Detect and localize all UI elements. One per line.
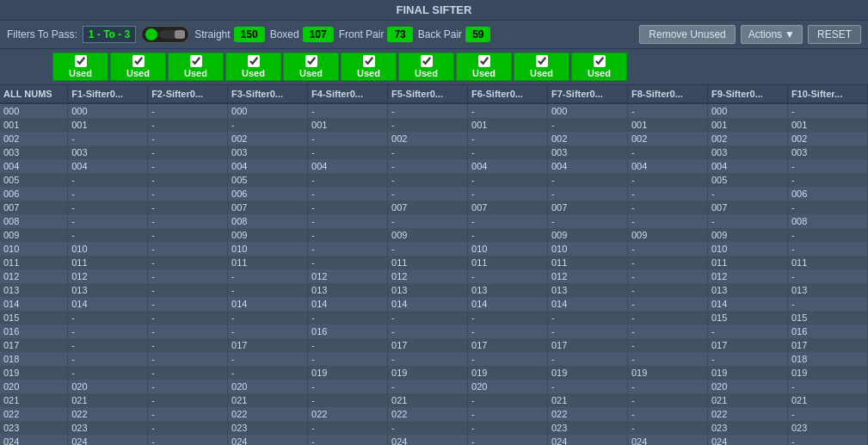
cell-2-3: 002	[228, 132, 308, 145]
cell-24-10: -	[787, 435, 867, 445]
checkbox-4[interactable]	[305, 55, 317, 67]
col-header-7: F7-Sifter0...	[547, 85, 627, 103]
app-title: FINAL SIFTER	[397, 3, 472, 16]
cell-7-1: -	[68, 201, 148, 214]
checkbox-8[interactable]	[536, 55, 548, 67]
cell-0-4: -	[308, 103, 388, 118]
cell-11-6: 011	[468, 256, 548, 269]
cell-6-8: -	[627, 187, 707, 201]
checkbox-9[interactable]	[594, 55, 606, 67]
cell-17-0: 017	[0, 338, 68, 352]
checkbox-col-4[interactable]: Used	[283, 53, 339, 81]
cell-18-6: -	[468, 352, 548, 366]
checkbox-3[interactable]	[248, 55, 260, 67]
cell-9-6: -	[468, 228, 548, 242]
checkbox-7[interactable]	[478, 55, 490, 67]
cell-3-3: 003	[228, 145, 308, 159]
cell-13-0: 013	[0, 283, 68, 297]
cell-15-5: -	[388, 311, 468, 324]
cell-17-1: -	[68, 338, 148, 352]
checkbox-2[interactable]	[190, 55, 202, 67]
cell-0-8: -	[627, 103, 707, 118]
cell-3-8: -	[627, 145, 707, 159]
cell-18-5: -	[388, 352, 468, 366]
cell-18-9: -	[707, 352, 787, 366]
checkbox-0[interactable]	[75, 55, 87, 67]
checkbox-5[interactable]	[363, 55, 375, 67]
cell-5-10: -	[787, 173, 867, 187]
filter-range[interactable]: 1 - To - 3	[83, 26, 136, 43]
cell-3-10: 003	[787, 145, 867, 159]
cell-7-10: -	[787, 201, 867, 214]
col-header-2: F2-Sifter0...	[148, 85, 228, 103]
cell-13-9: 013	[707, 283, 787, 297]
checkbox-col-3[interactable]: Used	[225, 53, 281, 81]
checkbox-1[interactable]	[132, 55, 145, 67]
cell-11-4: -	[308, 256, 388, 269]
cell-9-3: 009	[228, 228, 308, 242]
cell-19-1: -	[68, 366, 148, 380]
cell-22-5: 022	[388, 407, 468, 421]
checkbox-6[interactable]	[421, 55, 433, 67]
cell-8-10: 008	[787, 214, 867, 228]
table-row: 018---------018	[0, 352, 868, 366]
cell-19-5: 019	[388, 366, 468, 380]
checkbox-col-0[interactable]: Used	[52, 53, 108, 81]
cell-10-5: -	[388, 242, 468, 256]
cell-22-10: -	[787, 407, 867, 421]
checkbox-col-8[interactable]: Used	[514, 53, 569, 81]
cell-23-6: -	[468, 421, 548, 435]
straight-label: Straight	[194, 28, 230, 40]
table-row: 021021-021-021-021-021021	[0, 393, 868, 407]
checkbox-col-7[interactable]: Used	[456, 53, 512, 81]
cell-18-0: 018	[0, 352, 68, 366]
cell-24-8: 024	[627, 435, 707, 445]
checkbox-col-5[interactable]: Used	[341, 53, 397, 81]
cell-15-3: -	[228, 311, 308, 324]
used-label-5: Used	[357, 68, 380, 78]
cell-24-7: 024	[547, 435, 627, 445]
table-row: 000000-000---000-000-	[0, 103, 868, 118]
checkbox-col-1[interactable]: Used	[110, 53, 166, 81]
toggle-switch[interactable]	[141, 26, 189, 43]
checkbox-col-6[interactable]: Used	[398, 53, 454, 81]
col-header-3: F3-Sifter0...	[228, 85, 308, 103]
checkbox-col-2[interactable]: Used	[168, 53, 224, 81]
data-area: ALL NUMSF1-Sifter0...F2-Sifter0...F3-Sif…	[0, 85, 868, 445]
cell-22-6: -	[468, 407, 548, 421]
col-header-1: F1-Sifter0...	[68, 85, 148, 103]
reset-button[interactable]: RESET	[808, 25, 861, 44]
cell-3-5: -	[388, 145, 468, 159]
cell-9-9: 009	[707, 228, 787, 242]
remove-unused-button[interactable]: Remove Unused	[639, 25, 735, 44]
table-container[interactable]: ALL NUMSF1-Sifter0...F2-Sifter0...F3-Sif…	[0, 85, 868, 445]
title-bar: FINAL SIFTER	[0, 0, 868, 21]
cell-18-10: 018	[787, 352, 867, 366]
cell-11-1: 011	[68, 256, 148, 269]
cell-8-4: -	[308, 214, 388, 228]
cell-22-2: -	[148, 407, 228, 421]
cell-21-7: 021	[547, 393, 627, 407]
cell-23-2: -	[148, 421, 228, 435]
header-row: ALL NUMSF1-Sifter0...F2-Sifter0...F3-Sif…	[0, 85, 868, 103]
cell-15-1: -	[68, 311, 148, 324]
cell-0-10: -	[787, 103, 867, 118]
actions-button[interactable]: Actions ▼	[741, 25, 803, 44]
cell-20-4: -	[308, 380, 388, 393]
cell-9-7: 009	[547, 228, 627, 242]
cell-8-3: 008	[228, 214, 308, 228]
checkbox-col-9[interactable]: Used	[571, 53, 627, 81]
cell-10-4: -	[308, 242, 388, 256]
cell-8-0: 008	[0, 214, 68, 228]
cell-20-10: -	[787, 380, 867, 393]
cell-22-1: 022	[68, 407, 148, 421]
table-row: 003003-003---003-003003	[0, 145, 868, 159]
cell-5-0: 005	[0, 173, 68, 187]
cell-4-1: 004	[68, 159, 148, 173]
cell-15-8: -	[627, 311, 707, 324]
cell-7-6: 007	[468, 201, 548, 214]
cell-0-1: 000	[68, 103, 148, 118]
cell-24-9: 024	[707, 435, 787, 445]
cell-4-6: 004	[468, 159, 548, 173]
cell-2-4: -	[308, 132, 388, 145]
